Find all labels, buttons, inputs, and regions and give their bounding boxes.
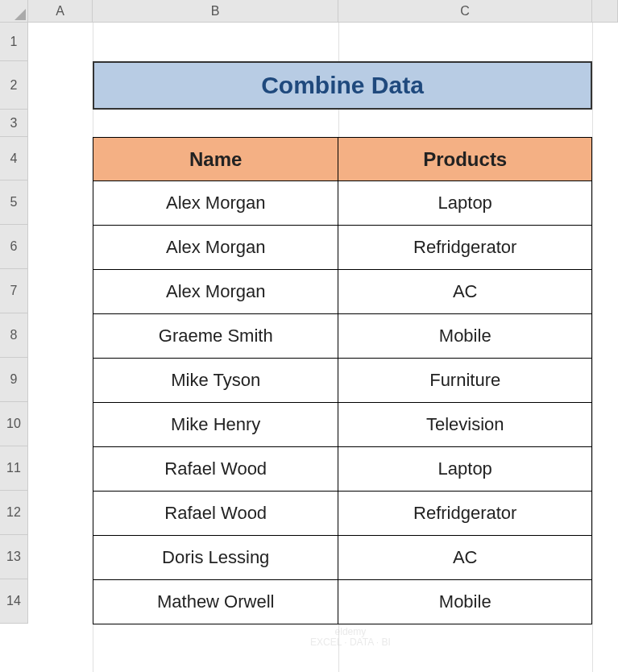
table-row: Doris Lessing AC	[93, 536, 592, 580]
table-row: Alex Morgan Laptop	[93, 181, 592, 226]
row-header-11[interactable]: 11	[0, 446, 27, 491]
col-header-c[interactable]: C	[338, 0, 592, 22]
cell-name[interactable]: Alex Morgan	[93, 226, 338, 270]
data-table: Name Products Alex Morgan Laptop Alex Mo…	[93, 137, 592, 624]
row-header-6[interactable]: 6	[0, 225, 27, 269]
header-row: Name Products	[93, 138, 592, 181]
cell-name[interactable]: Rafael Wood	[93, 492, 338, 536]
cell-name[interactable]: Mike Henry	[93, 403, 338, 447]
row-header-2[interactable]: 2	[0, 61, 27, 110]
row-header-7[interactable]: 7	[0, 269, 27, 313]
cell-name[interactable]: Graeme Smith	[93, 314, 338, 359]
column-headers: A B C	[28, 0, 618, 23]
row-header-5[interactable]: 5	[0, 180, 27, 225]
cell-product[interactable]: Television	[338, 403, 592, 447]
cell-product[interactable]: Refridgerator	[338, 226, 592, 270]
col-header-b[interactable]: B	[93, 0, 338, 22]
table-row: Rafael Wood Refridgerator	[93, 492, 592, 536]
watermark: eldemy EXCEL · DATA · BI	[310, 627, 391, 648]
table-row: Mike Tyson Furniture	[93, 359, 592, 403]
select-all-corner[interactable]	[0, 0, 28, 23]
cell-product[interactable]: Mobile	[338, 314, 592, 359]
cell-product[interactable]: Laptop	[338, 447, 592, 492]
cell-name[interactable]: Doris Lessing	[93, 536, 338, 580]
header-products[interactable]: Products	[338, 138, 592, 181]
cell-product[interactable]: Furniture	[338, 359, 592, 403]
row-header-3[interactable]: 3	[0, 110, 27, 137]
table-row: Alex Morgan AC	[93, 270, 592, 314]
title-cell[interactable]: Combine Data	[93, 61, 592, 110]
table-row: Mike Henry Television	[93, 403, 592, 447]
cell-product[interactable]: Laptop	[338, 181, 592, 226]
cell-product[interactable]: Mobile	[338, 580, 592, 624]
row-header-13[interactable]: 13	[0, 535, 27, 579]
table-row: Graeme Smith Mobile	[93, 314, 592, 359]
header-name[interactable]: Name	[93, 138, 338, 181]
table-row: Mathew Orwell Mobile	[93, 580, 592, 624]
cell-name[interactable]: Alex Morgan	[93, 181, 338, 226]
col-header-d[interactable]	[592, 0, 618, 22]
row-header-12[interactable]: 12	[0, 491, 27, 535]
col-header-a[interactable]: A	[28, 0, 93, 22]
table-row: Rafael Wood Laptop	[93, 447, 592, 492]
cell-name[interactable]: Rafael Wood	[93, 447, 338, 492]
row-header-4[interactable]: 4	[0, 137, 27, 180]
cell-product[interactable]: AC	[338, 536, 592, 580]
row-header-1[interactable]: 1	[0, 23, 27, 61]
row-header-10[interactable]: 10	[0, 402, 27, 446]
gridline	[592, 23, 593, 672]
row-header-8[interactable]: 8	[0, 313, 27, 358]
table-row: Alex Morgan Refridgerator	[93, 226, 592, 270]
cell-name[interactable]: Mathew Orwell	[93, 580, 338, 624]
row-header-14[interactable]: 14	[0, 579, 27, 624]
grid-area[interactable]: Combine Data Name Products Alex Morgan L…	[28, 23, 618, 672]
cell-name[interactable]: Mike Tyson	[93, 359, 338, 403]
cell-product[interactable]: Refridgerator	[338, 492, 592, 536]
cell-name[interactable]: Alex Morgan	[93, 270, 338, 314]
cell-product[interactable]: AC	[338, 270, 592, 314]
row-headers: 1 2 3 4 5 6 7 8 9 10 11 12 13 14	[0, 23, 28, 624]
row-header-9[interactable]: 9	[0, 358, 27, 402]
